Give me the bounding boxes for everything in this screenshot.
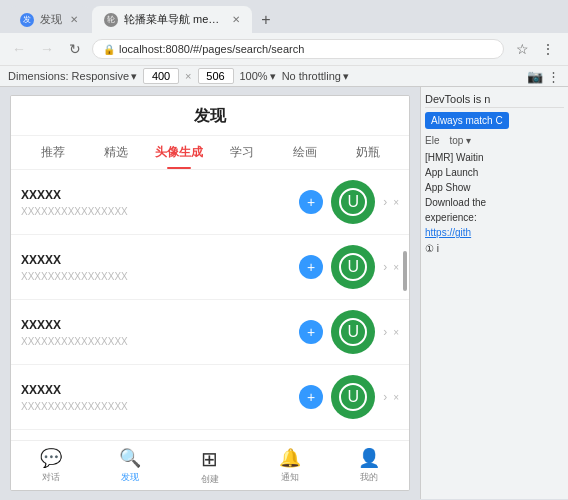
bottom-nav-profile[interactable]: 👤 我的 (329, 447, 409, 486)
panel-tab-ele[interactable]: Ele (425, 135, 439, 146)
avatar-inner-3: U (339, 318, 367, 346)
height-input[interactable] (198, 68, 234, 84)
phone-frame: 发现 推荐 精选 头像生成 学习 绘画 奶瓶 XXXXX XXXXXXXXXXX… (10, 95, 410, 491)
item-title-2: XXXXX (21, 253, 291, 267)
scrollbar-indicator[interactable] (403, 251, 407, 291)
item-add-btn-3[interactable]: + (299, 320, 323, 344)
tab-2-close[interactable]: ✕ (232, 14, 240, 25)
item-x-4[interactable]: × (393, 392, 399, 403)
chat-label: 对话 (42, 471, 60, 484)
list-item: XXXXX XXXXXXXXXXXXXXXX + U › × (11, 300, 409, 365)
item-title-4: XXXXX (21, 383, 291, 397)
app-header: 发现 (11, 96, 409, 136)
throttle-chevron: ▾ (343, 70, 349, 83)
list-item: XXXXX XXXXXXXXXXXXXXXX + U › × (11, 430, 409, 440)
item-x-2[interactable]: × (393, 262, 399, 273)
create-icon: ⊞ (201, 447, 218, 471)
item-avatar-4: U (331, 375, 375, 419)
throttle-selector[interactable]: No throttling ▾ (282, 70, 349, 83)
address-input[interactable]: 🔒 localhost:8080/#/pages/search/search (92, 39, 504, 59)
item-avatar-2: U (331, 245, 375, 289)
bottom-nav-discover[interactable]: 🔍 发现 (91, 447, 171, 486)
tab-nav-avatar[interactable]: 头像生成 (147, 136, 210, 169)
capture-icon[interactable]: 📷 (527, 69, 543, 84)
panel-content: [HMR] Waitin App Launch App Show Downloa… (425, 150, 564, 256)
create-label: 创建 (201, 473, 219, 486)
item-add-btn-4[interactable]: + (299, 385, 323, 409)
item-arrow-1[interactable]: › (383, 195, 387, 209)
responsive-selector[interactable]: Dimensions: Responsive ▾ (8, 70, 137, 83)
phone-container: 发现 推荐 精选 头像生成 学习 绘画 奶瓶 XXXXX XXXXXXXXXXX… (0, 87, 420, 499)
tab-nav-selected[interactable]: 精选 (84, 136, 147, 169)
item-arrow-2[interactable]: › (383, 260, 387, 274)
app-title: 发现 (11, 106, 409, 127)
panel-tabs: Ele top ▾ (425, 135, 564, 146)
tab-1-close[interactable]: ✕ (70, 14, 78, 25)
item-avatar-1: U (331, 180, 375, 224)
item-x-3[interactable]: × (393, 327, 399, 338)
bottom-nav-notify[interactable]: 🔔 通知 (250, 447, 330, 486)
list-item: XXXXX XXXXXXXXXXXXXXXX + U › × (11, 170, 409, 235)
tab-bar: 发 发现 ✕ 轮 轮播菜单导航 mescroll-swipe... ✕ + (0, 0, 568, 33)
toolbar-right: ☆ ⋮ (510, 37, 560, 61)
item-add-btn-1[interactable]: + (299, 190, 323, 214)
item-arrow-3[interactable]: › (383, 325, 387, 339)
bottom-nav-create[interactable]: ⊞ 创建 (170, 447, 250, 486)
item-title-3: XXXXX (21, 318, 291, 332)
profile-icon: 👤 (358, 447, 380, 469)
main-area: 发现 推荐 精选 头像生成 学习 绘画 奶瓶 XXXXX XXXXXXXXXXX… (0, 87, 568, 499)
throttle-label: No throttling (282, 70, 341, 82)
profile-label: 我的 (360, 471, 378, 484)
discover-icon: 🔍 (119, 447, 141, 469)
item-subtitle-4: XXXXXXXXXXXXXXXX (21, 401, 291, 412)
panel-tab-top[interactable]: top ▾ (449, 135, 471, 146)
tabs-nav: 推荐 精选 头像生成 学习 绘画 奶瓶 (11, 136, 409, 170)
back-button[interactable]: ← (8, 38, 30, 60)
menu-button[interactable]: ⋮ (536, 37, 560, 61)
list-item: XXXXX XXXXXXXXXXXXXXXX + U › × (11, 235, 409, 300)
item-x-1[interactable]: × (393, 197, 399, 208)
width-input[interactable] (143, 68, 179, 84)
hmr-line-5: experience: (425, 210, 564, 225)
hmr-line-1: [HMR] Waitin (425, 150, 564, 165)
avatar-icon-1: U (347, 193, 359, 211)
responsive-label: Dimensions: Responsive (8, 70, 129, 82)
more-icon[interactable]: ⋮ (547, 69, 560, 84)
tab-nav-bottle[interactable]: 奶瓶 (336, 136, 399, 169)
chat-icon: 💬 (40, 447, 62, 469)
tab-1-favicon: 发 (20, 13, 34, 27)
item-arrow-4[interactable]: › (383, 390, 387, 404)
bottom-nav-chat[interactable]: 💬 对话 (11, 447, 91, 486)
item-subtitle-3: XXXXXXXXXXXXXXXX (21, 336, 291, 347)
lock-icon: 🔒 (103, 44, 115, 55)
responsive-chevron: ▾ (131, 70, 137, 83)
zoom-label: 100% (240, 70, 268, 82)
new-tab-button[interactable]: + (254, 8, 278, 32)
tab-2-title: 轮播菜单导航 mescroll-swipe... (124, 12, 224, 27)
always-match-button[interactable]: Always match C (425, 112, 509, 129)
zoom-chevron: ▾ (270, 70, 276, 83)
bottom-nav: 💬 对话 🔍 发现 ⊞ 创建 🔔 通知 👤 我的 (11, 440, 409, 490)
refresh-button[interactable]: ↻ (64, 38, 86, 60)
item-title-1: XXXXX (21, 188, 291, 202)
bookmark-icon[interactable]: ☆ (510, 37, 534, 61)
panel-header: DevTools is n (425, 91, 564, 108)
zoom-selector[interactable]: 100% ▾ (240, 70, 276, 83)
github-link[interactable]: https://gith (425, 227, 471, 238)
forward-button[interactable]: → (36, 38, 58, 60)
item-subtitle-2: XXXXXXXXXXXXXXXX (21, 271, 291, 282)
tab-nav-recommend[interactable]: 推荐 (21, 136, 84, 169)
tab-2[interactable]: 轮 轮播菜单导航 mescroll-swipe... ✕ (92, 6, 252, 33)
avatar-inner-2: U (339, 253, 367, 281)
devtools-bar: Dimensions: Responsive ▾ × 100% ▾ No thr… (0, 65, 568, 86)
tab-nav-draw[interactable]: 绘画 (273, 136, 336, 169)
avatar-icon-4: U (347, 388, 359, 406)
hmr-line-4: Download the (425, 195, 564, 210)
tab-nav-study[interactable]: 学习 (210, 136, 273, 169)
content-list: XXXXX XXXXXXXXXXXXXXXX + U › × XXX (11, 170, 409, 440)
devtools-icons: 📷 ⋮ (527, 69, 560, 84)
tab-1-title: 发现 (40, 12, 62, 27)
tab-1[interactable]: 发 发现 ✕ (8, 6, 90, 33)
item-add-btn-2[interactable]: + (299, 255, 323, 279)
list-item: XXXXX XXXXXXXXXXXXXXXX + U › × (11, 365, 409, 430)
